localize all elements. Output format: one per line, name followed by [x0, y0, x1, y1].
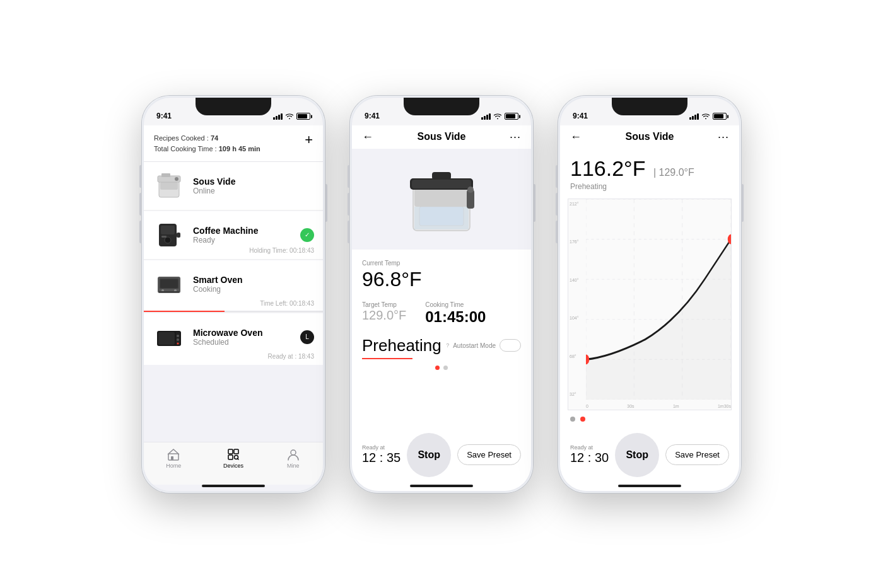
detail-footer-2: Ready at 12 : 35 Stop Save Preset	[352, 425, 531, 485]
svg-rect-31	[414, 188, 469, 207]
coffee-img	[153, 219, 185, 251]
ready-at-time-2: 12 : 35	[362, 451, 401, 465]
device-list: Sous Vide Online	[144, 162, 323, 442]
status-bar-1: 9:41	[144, 98, 323, 125]
page-dots-2	[362, 360, 521, 372]
svg-rect-12	[160, 279, 178, 288]
legend-dot-red	[580, 417, 585, 422]
device-status-oven: Cooking	[193, 285, 314, 294]
device-name-sous-vide: Sous Vide	[193, 176, 314, 187]
chart-temp-header: 116.2°F | 129.0°F Preheating	[560, 149, 739, 196]
notch-1	[196, 98, 271, 115]
ready-at-section-3: Ready at 12 : 30	[570, 444, 609, 465]
notch-3	[612, 98, 687, 115]
back-button-3[interactable]: ←	[570, 130, 582, 144]
chart-svg	[586, 199, 731, 400]
detail-footer-3: Ready at 12 : 30 Stop Save Preset	[560, 425, 739, 485]
svg-rect-26	[228, 455, 233, 459]
phone-2: 9:41	[350, 96, 533, 493]
legend-dot-gray	[570, 417, 575, 422]
svg-point-37	[467, 187, 474, 193]
list-item[interactable]: Microwave Oven Scheduled L Ready at : 18…	[144, 313, 323, 365]
temp-row-2: Target Temp 129.0°F Cooking Time 01:45:0…	[362, 301, 521, 326]
tab-devices[interactable]: Devices	[204, 447, 264, 469]
device-status-coffee: Ready	[193, 236, 293, 245]
device-info-coffee: Coffee Machine Ready	[193, 226, 293, 245]
svg-line-28	[238, 458, 239, 459]
home-header: Recipes Cooked : 74 Total Cooking Time :…	[144, 125, 323, 162]
devices-icon	[226, 447, 240, 461]
device-meta-oven: Time Left: 00:18:43	[260, 300, 314, 307]
preset-button-3[interactable]: Save Preset	[665, 444, 729, 465]
tab-home[interactable]: Home	[144, 447, 204, 469]
svg-point-20	[177, 338, 179, 341]
home-icon	[167, 447, 180, 461]
stop-button-3[interactable]: Stop	[615, 433, 659, 477]
list-item[interactable]: Sous Vide Online	[144, 162, 323, 210]
tab-label-mine: Mine	[287, 463, 300, 469]
detail-title-2: Sous Vide	[417, 131, 465, 142]
svg-rect-9	[161, 236, 167, 238]
status-icons-2	[481, 113, 518, 120]
stop-button-2[interactable]: Stop	[407, 433, 451, 477]
list-item[interactable]: Coffee Machine Ready ✓ Holding Time: 00:…	[144, 211, 323, 260]
battery-icon-3	[713, 113, 727, 120]
home-indicator-2	[410, 485, 473, 487]
microwave-img	[153, 321, 185, 354]
battery-icon-2	[505, 113, 518, 120]
device-info-oven: Smart Oven Cooking	[193, 275, 314, 294]
device-info-sous-vide: Sous Vide Online	[193, 176, 314, 195]
signal-icon	[273, 113, 283, 120]
more-button-2[interactable]: ···	[510, 130, 521, 144]
y-label-104: 104°	[570, 316, 578, 320]
x-label-1m: 1m	[673, 404, 679, 408]
chart-area-3: 212° 176° 140° 104° 68° 32°	[568, 199, 732, 410]
home-stats: Recipes Cooked : 74 Total Cooking Time :…	[154, 133, 260, 155]
ready-at-label-2: Ready at	[362, 444, 401, 451]
notch-2	[404, 98, 479, 115]
more-button-3[interactable]: ···	[718, 130, 729, 144]
tab-mine[interactable]: Mine	[263, 447, 323, 469]
tab-label-home: Home	[166, 463, 181, 469]
phone-3: 9:41	[558, 96, 741, 493]
cooking-time-label-2: Cooking Time	[425, 301, 486, 308]
detail-header-3: ← Sous Vide ···	[560, 125, 739, 149]
x-label-1m30s: 1m30s	[718, 404, 731, 408]
x-label-0: 0	[586, 404, 588, 408]
svg-point-19	[177, 335, 179, 337]
list-item[interactable]: Smart Oven Cooking Time Left: 00:18:43	[144, 260, 323, 313]
y-label-176: 176°	[570, 239, 578, 244]
red-underline-2	[362, 358, 412, 359]
time-label: Total Cooking Time :	[154, 145, 217, 153]
device-meta-coffee: Holding Time: 00:18:43	[249, 247, 314, 254]
target-temp-value-2: 129.0°F	[362, 308, 406, 323]
status-icons-1	[273, 113, 310, 120]
svg-rect-34	[432, 172, 451, 180]
svg-rect-23	[171, 456, 173, 460]
preset-button-2[interactable]: Save Preset	[457, 444, 521, 465]
dot-inactive-2	[443, 366, 448, 370]
y-label-32: 32°	[570, 392, 578, 396]
svg-rect-25	[234, 449, 238, 454]
wifi-icon-3	[702, 113, 710, 120]
device-info-microwave: Microwave Oven Scheduled	[193, 328, 293, 347]
back-button-2[interactable]: ←	[362, 130, 373, 144]
chart-legend-3	[560, 413, 739, 425]
wifi-icon	[286, 113, 293, 120]
y-label-68: 68°	[570, 354, 578, 359]
screen-3: ← Sous Vide ··· 116.2°F | 129.0°F Prehea…	[560, 125, 739, 491]
svg-point-21	[177, 342, 179, 344]
svg-point-4	[175, 177, 178, 181]
detail-title-3: Sous Vide	[625, 131, 674, 142]
svg-rect-6	[161, 226, 175, 234]
time-3: 9:41	[573, 112, 588, 120]
wifi-icon-2	[494, 113, 501, 120]
cooking-time-value-2: 01:45:00	[425, 308, 486, 326]
svg-rect-33	[412, 180, 471, 188]
add-button[interactable]: +	[305, 133, 313, 147]
battery-icon	[296, 113, 310, 120]
status-badge-microwave: L	[300, 330, 314, 344]
progress-fill-oven	[144, 311, 225, 312]
cooking-time-total: 109 h 45 min	[219, 145, 260, 153]
autostart-toggle-2[interactable]	[500, 339, 521, 352]
